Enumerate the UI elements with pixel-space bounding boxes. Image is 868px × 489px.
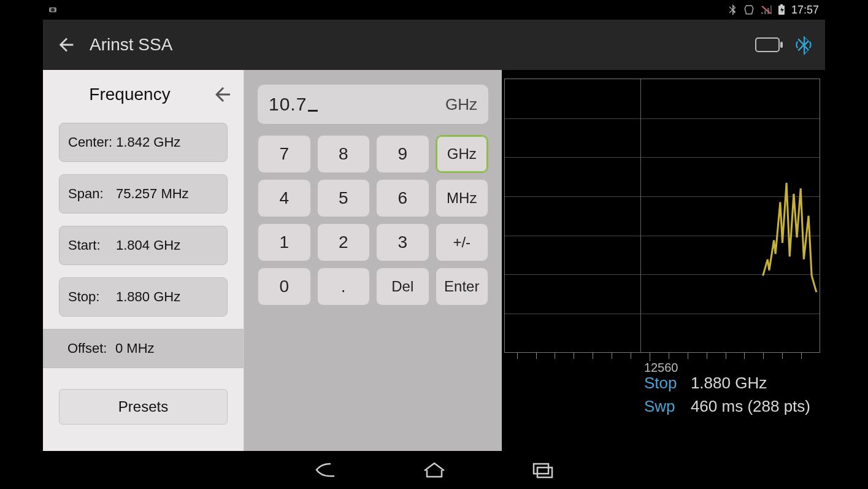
key-0-label: 0 bbox=[279, 277, 289, 296]
key-1-label: 1 bbox=[279, 233, 289, 252]
key-6-label: 6 bbox=[398, 188, 407, 208]
key-plus-minus-label: +/- bbox=[453, 234, 470, 251]
start-frequency-row[interactable]: Start: 1.804 GHz bbox=[59, 226, 228, 265]
key-3-label: 3 bbox=[398, 233, 407, 252]
key-6[interactable]: 6 bbox=[376, 179, 429, 217]
key-ghz[interactable]: GHz bbox=[436, 135, 489, 173]
offset-label: Offset: bbox=[67, 341, 112, 356]
battery-charging-icon bbox=[778, 4, 785, 15]
plot-frame bbox=[504, 79, 820, 353]
svg-rect-3 bbox=[534, 464, 548, 474]
key-enter-label: Enter bbox=[444, 278, 479, 295]
keypad-grid: 7 8 9 GHz 4 5 6 MHz 1 2 3 +/- 0 . Del En… bbox=[258, 135, 488, 306]
key-enter[interactable]: Enter bbox=[436, 268, 489, 306]
key-2-label: 2 bbox=[339, 233, 348, 252]
stop-info-label: Stop bbox=[644, 371, 683, 395]
key-8-label: 8 bbox=[339, 144, 348, 164]
presets-button[interactable]: Presets bbox=[59, 389, 228, 425]
key-dot[interactable]: . bbox=[317, 268, 371, 306]
plot-info: Stop 1.880 GHz Swp 460 ms (288 pts) bbox=[644, 371, 810, 418]
frequency-input[interactable]: 10.7 GHz bbox=[258, 85, 488, 124]
no-signal-icon bbox=[761, 5, 772, 15]
key-ghz-label: GHz bbox=[447, 145, 477, 163]
sweep-info-value: 460 ms (288 pts) bbox=[691, 395, 810, 418]
center-frequency-row[interactable]: Center: 1.842 GHz bbox=[59, 123, 228, 162]
span-frequency-row[interactable]: Span: 75.257 MHz bbox=[59, 174, 228, 214]
svg-rect-1 bbox=[780, 4, 783, 6]
spectrum-plot[interactable]: 12560 Stop 1.880 GHz Swp 460 ms (288 pts… bbox=[502, 70, 825, 451]
key-4[interactable]: 4 bbox=[258, 179, 311, 217]
android-nav-bar bbox=[43, 451, 825, 489]
clock: 17:57 bbox=[791, 4, 819, 17]
key-0[interactable]: 0 bbox=[258, 268, 311, 306]
start-label: Start: bbox=[68, 237, 112, 253]
stop-value: 1.880 GHz bbox=[116, 289, 180, 305]
keypad-panel: 10.7 GHz 7 8 9 GHz 4 5 6 MHz 1 2 3 +/- 0… bbox=[244, 70, 502, 451]
svg-rect-2 bbox=[537, 468, 552, 477]
key-7-label: 7 bbox=[279, 144, 289, 164]
nav-recents-button[interactable] bbox=[529, 459, 558, 481]
bluetooth-active-icon bbox=[794, 34, 813, 55]
center-label: Center: bbox=[68, 134, 112, 150]
key-plus-minus[interactable]: +/- bbox=[436, 223, 489, 261]
frequency-heading: Frequency bbox=[54, 85, 205, 104]
stop-info-value: 1.880 GHz bbox=[691, 371, 767, 395]
key-8[interactable]: 8 bbox=[317, 135, 371, 173]
offset-frequency-row[interactable]: Offset: 0 MHz bbox=[43, 329, 244, 368]
content-row: Frequency Center: 1.842 GHz Span: 75.257… bbox=[43, 70, 825, 451]
frequency-input-unit: GHz bbox=[445, 95, 477, 114]
bluetooth-icon bbox=[728, 4, 737, 15]
key-2[interactable]: 2 bbox=[317, 223, 371, 261]
device-frame: 17:57 Arinst SSA Frequency bbox=[43, 0, 825, 489]
collapse-panel-button[interactable] bbox=[205, 83, 234, 106]
key-7[interactable]: 7 bbox=[258, 135, 311, 173]
screen-record-icon bbox=[49, 7, 56, 12]
frequency-input-value: 10.7 bbox=[269, 94, 445, 115]
key-5[interactable]: 5 bbox=[317, 179, 371, 217]
stop-frequency-row[interactable]: Stop: 1.880 GHz bbox=[59, 277, 228, 317]
offset-value: 0 MHz bbox=[115, 341, 155, 356]
sweep-info-label: Swp bbox=[644, 395, 683, 418]
key-9-label: 9 bbox=[398, 144, 407, 164]
key-1[interactable]: 1 bbox=[258, 223, 311, 261]
key-mhz[interactable]: MHz bbox=[436, 179, 489, 217]
vibrate-icon bbox=[743, 4, 755, 15]
stop-label: Stop: bbox=[68, 289, 112, 305]
frequency-input-text: 10.7 bbox=[269, 94, 307, 114]
key-del[interactable]: Del bbox=[376, 268, 429, 306]
frequency-header: Frequency bbox=[43, 70, 244, 117]
key-4-label: 4 bbox=[279, 188, 289, 208]
back-button[interactable] bbox=[55, 34, 77, 56]
center-value: 1.842 GHz bbox=[116, 134, 180, 150]
span-label: Span: bbox=[68, 186, 112, 202]
key-del-label: Del bbox=[391, 278, 413, 295]
start-value: 1.804 GHz bbox=[116, 237, 180, 253]
presets-label: Presets bbox=[118, 398, 168, 415]
span-value: 75.257 MHz bbox=[116, 186, 189, 202]
x-axis-ticks bbox=[504, 353, 820, 361]
device-battery-icon bbox=[755, 37, 780, 52]
frequency-panel: Frequency Center: 1.842 GHz Span: 75.257… bbox=[43, 70, 244, 451]
app-title: Arinst SSA bbox=[90, 35, 172, 55]
key-9[interactable]: 9 bbox=[376, 135, 429, 173]
app-bar: Arinst SSA bbox=[43, 20, 825, 70]
key-5-label: 5 bbox=[339, 188, 348, 208]
nav-home-button[interactable] bbox=[420, 459, 449, 481]
key-dot-label: . bbox=[341, 277, 346, 296]
spectrum-trace bbox=[505, 79, 820, 352]
key-mhz-label: MHz bbox=[447, 190, 477, 207]
android-status-bar: 17:57 bbox=[43, 0, 825, 20]
nav-back-button[interactable] bbox=[310, 459, 340, 481]
key-3[interactable]: 3 bbox=[376, 223, 429, 261]
